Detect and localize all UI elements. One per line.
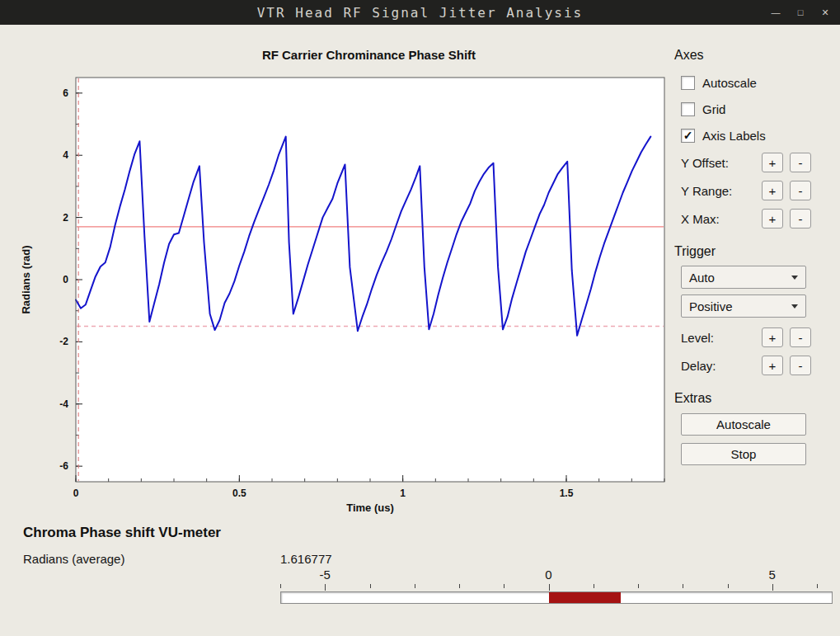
svg-text:Radians (rad): Radians (rad): [20, 245, 32, 313]
svg-text:0.5: 0.5: [232, 488, 246, 499]
svg-text:0: 0: [63, 274, 68, 285]
autoscale-checkbox[interactable]: [681, 76, 695, 90]
chevron-down-icon: [791, 276, 798, 280]
autoscale-checkbox-label: Autoscale: [702, 76, 757, 90]
vu-meter-section: Chroma Phase shift VU-meter Radians (ave…: [23, 525, 834, 568]
vu-scale-label: -5: [320, 568, 331, 582]
chart-plot: 00.511.5-6-4-20246Time (us)Radians (rad): [16, 69, 668, 515]
trigger-level-stepper: Level: + -: [681, 323, 836, 351]
vu-meter-scale-labels: -505: [280, 568, 833, 584]
y-offset-label: Y Offset:: [681, 156, 729, 170]
svg-text:1.5: 1.5: [560, 488, 574, 499]
svg-text:2: 2: [63, 212, 68, 224]
trigger-slope-select[interactable]: Positive: [681, 294, 806, 318]
grid-checkbox-row[interactable]: Grid: [681, 96, 836, 122]
autoscale-button[interactable]: Autoscale: [681, 413, 806, 436]
y-offset-plus-button[interactable]: +: [762, 153, 783, 172]
vu-meter-label: Radians (average): [23, 552, 124, 566]
trigger-section-header: Trigger: [674, 244, 836, 259]
y-range-plus-button[interactable]: +: [762, 181, 783, 200]
svg-text:Time (us): Time (us): [346, 502, 394, 514]
svg-text:1: 1: [400, 488, 406, 499]
trigger-delay-plus-button[interactable]: +: [762, 356, 783, 375]
vu-meter-title: Chroma Phase shift VU-meter: [23, 525, 834, 541]
axis-labels-checkbox[interactable]: [681, 129, 695, 143]
trigger-mode-select[interactable]: Auto: [681, 266, 806, 289]
chevron-down-icon: [791, 304, 798, 309]
vu-meter-track: [280, 591, 833, 604]
titlebar: VTR Head RF Signal Jitter Analysis — □ ✕: [0, 0, 840, 25]
vu-scale-label: 0: [545, 568, 551, 582]
svg-text:4: 4: [63, 149, 68, 161]
control-panel: Axes Autoscale Grid Axis Labels Y Offset…: [674, 48, 836, 477]
svg-text:-2: -2: [59, 336, 68, 347]
window-controls: — □ ✕: [764, 0, 837, 25]
trigger-level-plus-button[interactable]: +: [762, 327, 783, 347]
y-range-stepper: Y Range: + -: [681, 177, 836, 205]
trigger-delay-label: Delay:: [681, 359, 716, 373]
trigger-level-label: Level:: [681, 331, 714, 345]
vu-meter-scale-ticks: [280, 584, 833, 591]
maximize-icon[interactable]: □: [789, 2, 812, 22]
trigger-slope-value: Positive: [689, 299, 733, 313]
vu-scale-label: 5: [769, 568, 776, 582]
svg-text:6: 6: [63, 87, 68, 99]
vu-meter-fill: [549, 592, 621, 603]
chart-title: RF Carrier Chrominance Phase Shift: [66, 48, 672, 64]
y-offset-stepper: Y Offset: + -: [681, 148, 836, 177]
trigger-delay-stepper: Delay: + -: [681, 351, 836, 379]
axis-labels-checkbox-label: Axis Labels: [702, 129, 766, 143]
trigger-delay-minus-button[interactable]: -: [790, 356, 811, 375]
y-range-label: Y Range:: [681, 184, 732, 198]
chart-section: RF Carrier Chrominance Phase Shift 00.51…: [16, 48, 672, 515]
svg-text:-6: -6: [59, 460, 68, 472]
x-max-stepper: X Max: + -: [681, 205, 836, 233]
y-range-minus-button[interactable]: -: [790, 181, 811, 200]
svg-text:-4: -4: [59, 398, 68, 410]
trigger-level-minus-button[interactable]: -: [790, 327, 811, 347]
axis-labels-checkbox-row[interactable]: Axis Labels: [681, 122, 836, 148]
extras-section-header: Extras: [674, 391, 836, 406]
trigger-section: Auto Positive Level: + - Delay: + -: [674, 266, 836, 379]
close-icon[interactable]: ✕: [814, 2, 837, 22]
x-max-label: X Max:: [681, 212, 720, 226]
grid-checkbox[interactable]: [681, 102, 695, 116]
stop-button[interactable]: Stop: [681, 443, 806, 465]
autoscale-checkbox-row[interactable]: Autoscale: [681, 69, 836, 96]
axes-section-header: Axes: [674, 48, 836, 63]
x-max-minus-button[interactable]: -: [790, 209, 811, 228]
x-max-plus-button[interactable]: +: [762, 209, 783, 228]
extras-section: Autoscale Stop: [674, 413, 836, 465]
minimize-icon[interactable]: —: [764, 2, 787, 22]
vu-meter-value: 1.616777: [280, 552, 332, 566]
grid-checkbox-label: Grid: [702, 102, 725, 116]
y-offset-minus-button[interactable]: -: [790, 153, 811, 172]
svg-text:0: 0: [73, 488, 79, 499]
window-title: VTR Head RF Signal Jitter Analysis: [0, 0, 840, 25]
trigger-mode-value: Auto: [689, 271, 715, 285]
vu-meter: -505: [280, 568, 833, 604]
axes-section: Autoscale Grid Axis Labels Y Offset: + -…: [674, 69, 836, 233]
